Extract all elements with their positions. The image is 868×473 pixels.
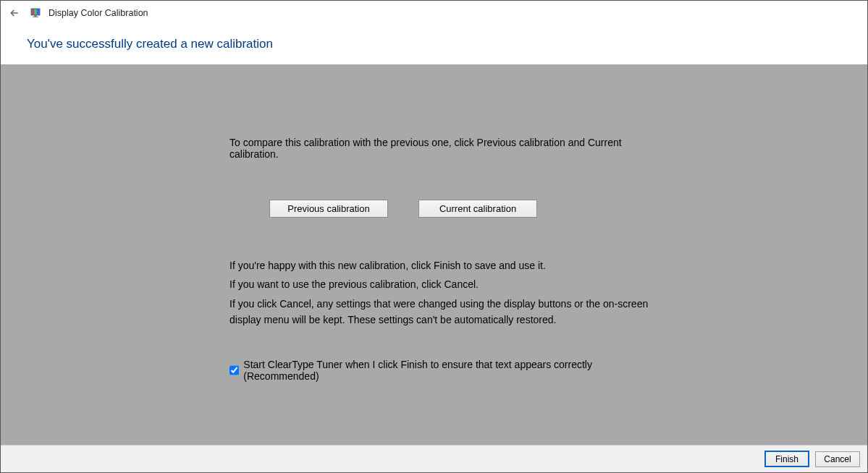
cleartype-checkbox-label[interactable]: Start ClearType Tuner when I click Finis… <box>243 359 649 382</box>
svg-rect-5 <box>33 17 38 17</box>
cancel-button[interactable]: Cancel <box>815 451 860 467</box>
previous-calibration-button[interactable]: Previous calibration <box>269 200 388 218</box>
svg-rect-2 <box>35 9 37 14</box>
success-heading: You've successfully created a new calibr… <box>27 37 841 51</box>
app-icon <box>30 7 41 19</box>
info-finish-text: If you're happy with this new calibratio… <box>229 257 649 273</box>
window-title: Display Color Calibration <box>49 8 148 18</box>
svg-rect-3 <box>37 9 39 14</box>
wizard-footer: Finish Cancel <box>1 445 867 472</box>
current-calibration-button[interactable]: Current calibration <box>418 200 537 218</box>
finish-button[interactable]: Finish <box>764 451 809 467</box>
wizard-content: To compare this calibration with the pre… <box>1 64 867 447</box>
wizard-header: You've successfully created a new calibr… <box>1 25 867 64</box>
svg-rect-4 <box>34 15 37 17</box>
titlebar: Display Color Calibration <box>1 1 867 25</box>
svg-rect-1 <box>32 9 34 14</box>
back-arrow-button[interactable] <box>7 5 22 21</box>
info-text-block: If you're happy with this new calibratio… <box>229 257 649 328</box>
info-warning-text: If you click Cancel, any settings that w… <box>229 296 649 328</box>
back-arrow-icon <box>9 7 20 19</box>
compare-instruction-text: To compare this calibration with the pre… <box>229 137 649 160</box>
cleartype-checkbox-row: Start ClearType Tuner when I click Finis… <box>229 359 649 382</box>
info-cancel-text: If you want to use the previous calibrat… <box>229 276 649 292</box>
calibration-buttons-row: Previous calibration Current calibration <box>269 200 649 218</box>
cleartype-checkbox[interactable] <box>229 365 239 375</box>
